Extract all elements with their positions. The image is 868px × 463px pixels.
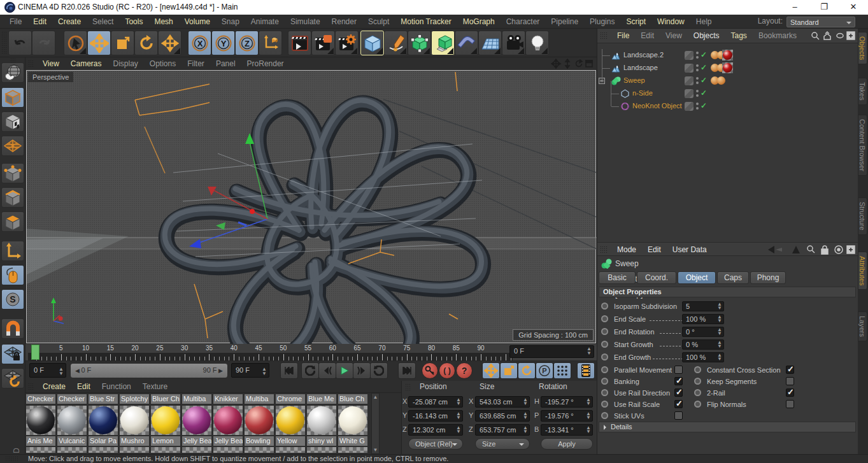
enabled-checkmark[interactable]: ✓ (701, 101, 707, 110)
camera-button[interactable] (502, 31, 525, 55)
minimize-button[interactable]: – (780, 0, 809, 15)
previous-frame-button[interactable] (318, 362, 336, 379)
lock-z-axis-button[interactable]: Z (235, 31, 259, 55)
lock-y-axis-button[interactable]: Y (211, 31, 235, 55)
material-preview[interactable] (26, 406, 55, 435)
object-name[interactable]: NeoKnot Object (632, 102, 682, 110)
material-name[interactable]: Jelly Bea (213, 436, 243, 446)
render-view-button[interactable] (288, 31, 311, 55)
key-circle-icon[interactable] (601, 412, 608, 419)
menu-tools[interactable]: Tools (119, 15, 148, 29)
am-menu-mode[interactable]: Mode (611, 243, 642, 257)
material-prev-row-name[interactable]: Bluer Ch (151, 394, 180, 404)
tab-basic[interactable]: Basic (599, 271, 636, 284)
lock-x-axis-button[interactable]: X (188, 31, 211, 55)
timeline-mode-button[interactable] (577, 362, 595, 379)
object-name[interactable]: n-Side (632, 89, 653, 97)
timeline-range-slider[interactable]: ◀ 0 F 90 F ▶ (70, 363, 228, 378)
attr-checkbox[interactable]: ✓ (786, 366, 794, 374)
side-tab-layers[interactable]: Layers (858, 311, 867, 341)
key-circle-icon[interactable] (601, 341, 608, 348)
key-scale-button[interactable] (500, 362, 518, 379)
material-prev-row-name[interactable]: Checker (26, 394, 55, 404)
key-circle-icon[interactable] (601, 401, 608, 408)
material-preview[interactable] (120, 406, 149, 435)
visibility-dots[interactable] (696, 64, 699, 72)
material-name[interactable]: White G (338, 436, 367, 446)
attr-value-field[interactable]: 100 %▲▼ (682, 314, 724, 324)
menu-file[interactable]: File (4, 15, 27, 29)
coord-value-field[interactable]: 653.757 cm▲▼ (475, 424, 530, 436)
material-prev-row-name[interactable]: Blue Ch (338, 394, 367, 404)
material-prev-row-name[interactable]: Multiba (182, 394, 211, 404)
menu-character[interactable]: Character (501, 15, 546, 29)
material-preview[interactable] (245, 406, 274, 435)
workplane-align-button[interactable] (1, 368, 24, 388)
material-preview[interactable] (182, 406, 211, 435)
range-end-field[interactable]: 90 F▲▼ (231, 363, 269, 378)
bend-deformer-button[interactable] (455, 31, 478, 55)
goto-start-button[interactable] (280, 362, 298, 379)
move-tool[interactable] (87, 31, 111, 55)
render-picture-viewer-button[interactable] (311, 31, 335, 55)
material-preview-clipped[interactable] (151, 447, 180, 453)
play-backwards-button[interactable] (301, 362, 319, 379)
viewport-menu-view[interactable]: View (37, 57, 65, 70)
enabled-checkmark[interactable]: ✓ (701, 50, 707, 59)
attr-checkbox[interactable] (674, 411, 683, 420)
material-name[interactable]: Vulcanic (57, 436, 87, 446)
key-circle-icon[interactable] (601, 328, 608, 335)
scale-tool[interactable] (111, 31, 134, 55)
magnet-snap-button[interactable] (1, 318, 24, 339)
visibility-dots[interactable] (696, 52, 699, 59)
om-menu-tags[interactable]: Tags (725, 29, 753, 43)
om-menu-view[interactable]: View (660, 29, 688, 43)
workplane-mode-button[interactable] (1, 136, 24, 156)
object-name[interactable]: Sweep (623, 76, 645, 84)
viewport-menu-options[interactable]: Options (144, 57, 181, 70)
layout-dropdown[interactable]: Standard (786, 17, 855, 27)
attr-checkbox[interactable] (786, 377, 794, 385)
material-name[interactable]: shiny wl (307, 436, 336, 446)
attr-checkbox[interactable] (674, 366, 683, 374)
tab-coord[interactable]: Coord. (637, 271, 676, 284)
spline-pen-button[interactable] (384, 31, 408, 55)
viewport-menu-filter[interactable]: Filter (181, 57, 210, 70)
om-menu-objects[interactable]: Objects (688, 29, 725, 43)
attr-value-field[interactable]: 0 %▲▼ (682, 339, 724, 350)
object-row-landscape[interactable]: Landscape✓ (597, 62, 858, 75)
goto-end-button[interactable] (398, 362, 416, 379)
material-prev-row-name[interactable]: Blue Me (307, 394, 336, 404)
material-preview-clipped[interactable] (182, 447, 211, 453)
record-keyframe-button[interactable] (422, 362, 438, 379)
material-preview[interactable] (89, 406, 118, 435)
material-name[interactable]: Jelly Bea (182, 436, 211, 446)
menu-plugins[interactable]: Plugins (584, 15, 620, 29)
visibility-toggle[interactable] (685, 51, 694, 60)
menu-create[interactable]: Create (52, 15, 87, 29)
play-loop-button[interactable] (370, 362, 388, 379)
material-name[interactable]: Anis Me (26, 436, 55, 446)
material-name[interactable]: Solar Pa (89, 436, 118, 446)
viewport-menu-prorender[interactable]: ProRender (241, 57, 290, 70)
coord-value-field[interactable]: -195.27 °▲▼ (541, 396, 593, 408)
object-row-landscape-2[interactable]: Landscape.2✓ (597, 49, 858, 62)
key-circle-icon[interactable] (694, 401, 701, 408)
key-circle-icon[interactable] (694, 378, 701, 385)
rotate-tool[interactable] (134, 31, 158, 55)
viewport-menu-panel[interactable]: Panel (210, 57, 241, 70)
coord-value-field[interactable]: -16.143 cm▲▼ (408, 410, 463, 422)
viewport-solo-button[interactable] (1, 265, 24, 285)
object-row-sweep[interactable]: Sweep✓ (597, 75, 858, 87)
side-tab-attributes[interactable]: Attributes (858, 252, 867, 290)
menu-script[interactable]: Script (620, 15, 651, 29)
material-name[interactable]: Bowling (245, 436, 274, 446)
material-menu-function[interactable]: Function (96, 381, 137, 393)
coord-value-field[interactable]: -13.341 °▲▼ (541, 424, 593, 436)
light-button[interactable] (525, 31, 549, 55)
tab-caps[interactable]: Caps (717, 271, 749, 284)
key-circle-icon[interactable] (694, 389, 701, 396)
material-prev-row-name[interactable]: Checker (57, 394, 87, 404)
material-preview-clipped[interactable] (245, 447, 274, 453)
attr-value-field[interactable]: 0 °▲▼ (682, 327, 724, 337)
